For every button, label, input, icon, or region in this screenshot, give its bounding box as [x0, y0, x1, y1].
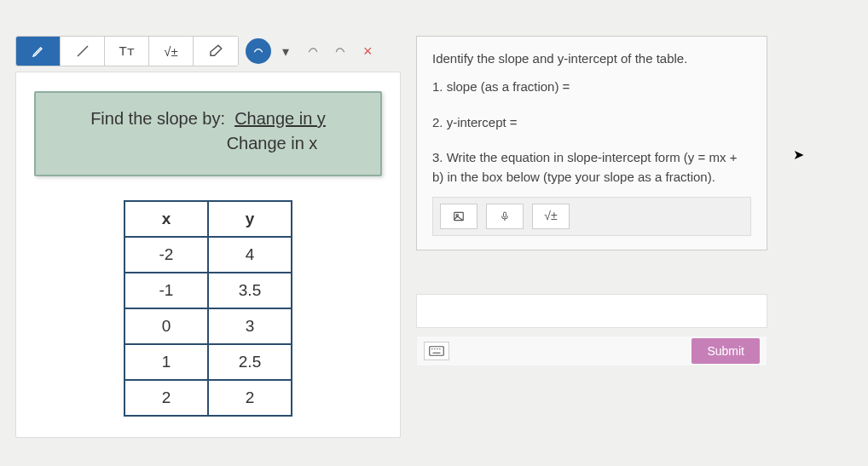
- math-input-tool[interactable]: √±: [532, 204, 570, 229]
- hint-prefix: Find the slope by:: [90, 109, 225, 128]
- line-tool[interactable]: [61, 37, 105, 66]
- math-tool[interactable]: √±: [149, 37, 194, 66]
- keyboard-button[interactable]: [424, 342, 449, 360]
- question-1: 1. slope (as a fraction) =: [432, 77, 751, 96]
- close-button[interactable]: ×: [363, 43, 373, 60]
- question-2: 2. y-intercept =: [432, 112, 751, 132]
- svg-rect-3: [504, 212, 506, 217]
- table-row: 03: [124, 308, 292, 344]
- text-tool[interactable]: Tᴛ: [105, 37, 149, 66]
- col-header-y: y: [208, 201, 292, 237]
- mic-tool[interactable]: [486, 204, 524, 229]
- table-row: -24: [124, 237, 292, 273]
- question-3: 3. Write the equation in slope-intercept…: [432, 147, 751, 187]
- drawing-toolbar: Tᴛ √± ▾ ×: [15, 36, 373, 66]
- col-header-x: x: [124, 201, 208, 237]
- slope-hint: Find the slope by: Change in y Change in…: [34, 91, 382, 176]
- table-row: 22: [124, 380, 292, 416]
- dropdown-toggle[interactable]: ▾: [276, 38, 295, 64]
- undo-button[interactable]: [304, 38, 322, 64]
- answer-input[interactable]: [416, 294, 767, 328]
- question-panel: Identify the slope and y-intercept of th…: [416, 36, 767, 250]
- table-row: -13.5: [124, 273, 292, 308]
- submit-button[interactable]: Submit: [692, 338, 760, 364]
- eraser-tool[interactable]: [194, 37, 238, 66]
- svg-rect-4: [430, 347, 444, 356]
- question-intro: Identify the slope and y-intercept of th…: [432, 49, 751, 68]
- svg-line-0: [78, 46, 88, 56]
- color-picker[interactable]: [246, 38, 271, 64]
- hint-numerator: Change in y: [234, 109, 326, 128]
- tool-group: Tᴛ √±: [15, 36, 239, 66]
- toolbar-misc: ▾ ×: [276, 38, 373, 64]
- problem-canvas: Find the slope by: Change in y Change in…: [15, 72, 401, 438]
- submit-row: Submit: [416, 336, 767, 366]
- pen-tool[interactable]: [16, 37, 61, 66]
- table-row: 12.5: [124, 344, 292, 380]
- redo-button[interactable]: [331, 38, 350, 64]
- xy-table: x y -24 -13.5 03 12.5 22: [124, 200, 292, 417]
- image-tool[interactable]: [440, 204, 477, 229]
- answer-tools: √±: [432, 197, 751, 236]
- cursor-icon: ➤: [793, 147, 804, 163]
- hint-denominator: Change in x: [227, 134, 318, 152]
